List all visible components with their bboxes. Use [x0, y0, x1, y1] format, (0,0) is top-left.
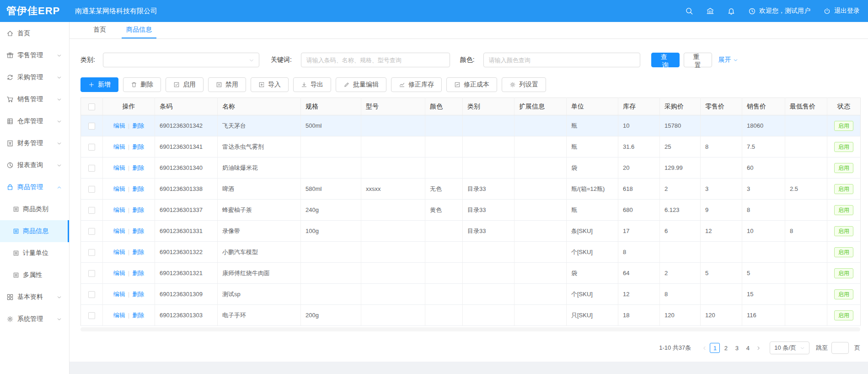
search-button[interactable]: 查询: [651, 53, 680, 67]
column-header: 条码: [155, 98, 218, 115]
sidebar-item-warehouse[interactable]: 仓库管理: [0, 110, 69, 132]
cell-stock: 17: [618, 221, 660, 242]
delete-link[interactable]: 删除: [132, 143, 144, 150]
row-checkbox[interactable]: [88, 123, 95, 130]
page-size-select[interactable]: 10 条/页: [770, 341, 809, 354]
app-root: 管伊佳ERP 南通某某网络科技有限公司 欢迎您，测试用户 退出登录 首页零售管理…: [0, 0, 868, 374]
edit-link[interactable]: 编辑: [113, 206, 125, 213]
cell-stock: 618: [618, 179, 660, 200]
delete-link[interactable]: 删除: [132, 312, 144, 319]
sidebar-item-goods-info[interactable]: 商品信息: [0, 220, 69, 242]
welcome-user[interactable]: 欢迎您，测试用户: [748, 7, 810, 15]
tab-home[interactable]: 首页: [89, 22, 111, 38]
edit-link[interactable]: 编辑: [113, 270, 125, 276]
tab-goods-info[interactable]: 商品信息: [122, 22, 156, 38]
reset-button[interactable]: 重置: [684, 53, 712, 67]
delete-link[interactable]: 删除: [132, 249, 144, 255]
delete-link[interactable]: 删除: [132, 291, 144, 298]
grid-icon: [6, 293, 14, 301]
fix-stock-button[interactable]: 修正库存: [391, 77, 442, 92]
sidebar-item-finance[interactable]: 财务管理: [0, 132, 69, 154]
cell-spec: 240g: [301, 200, 361, 221]
edit-link[interactable]: 编辑: [113, 249, 125, 255]
sidebar-item-sales[interactable]: 销售管理: [0, 88, 69, 110]
row-checkbox[interactable]: [88, 144, 95, 151]
edit-link[interactable]: 编辑: [113, 228, 125, 234]
edit-link[interactable]: 编辑: [113, 312, 125, 319]
sidebar-item-goods[interactable]: 商品管理: [0, 176, 69, 198]
sidebar-item-system[interactable]: 系统管理: [0, 308, 69, 330]
edit-icon: [343, 81, 350, 88]
page-number-2[interactable]: 2: [721, 343, 731, 353]
prev-page-button[interactable]: [699, 343, 709, 353]
edit-link[interactable]: 编辑: [113, 164, 125, 171]
sidebar-item-home[interactable]: 首页: [0, 22, 69, 44]
sidebar-item-retail[interactable]: 零售管理: [0, 44, 69, 66]
bank-icon[interactable]: [706, 7, 714, 15]
edit-link[interactable]: 编辑: [113, 185, 125, 192]
action-divider: |: [128, 164, 129, 171]
cost-chart-icon: [454, 81, 461, 88]
row-checkbox[interactable]: [88, 270, 95, 277]
batch-edit-button[interactable]: 批量编辑: [336, 77, 386, 92]
row-checkbox[interactable]: [88, 291, 95, 298]
next-page-button[interactable]: [753, 343, 763, 353]
cell-ext: [514, 263, 567, 284]
category-select[interactable]: [103, 53, 259, 67]
edit-link[interactable]: 编辑: [113, 143, 125, 150]
page-number-1[interactable]: 1: [710, 343, 720, 353]
column-settings-button[interactable]: 列设置: [502, 77, 546, 92]
delete-link[interactable]: 删除: [132, 122, 144, 129]
page-number-3[interactable]: 3: [732, 343, 742, 353]
sidebar-item-report[interactable]: 报表查询: [0, 154, 69, 176]
row-checkbox[interactable]: [88, 207, 95, 214]
add-button[interactable]: 新增: [80, 77, 118, 92]
cell-model: [361, 136, 425, 157]
cell-model: [361, 242, 425, 263]
edit-link[interactable]: 编辑: [113, 122, 125, 129]
row-checkbox[interactable]: [88, 165, 95, 172]
main-area: 首页商品信息 类别: 关键词: 颜色: 查询 重置 展开: [70, 22, 868, 374]
bell-icon[interactable]: [727, 7, 735, 15]
cell-color: [425, 136, 463, 157]
sidebar-item-purchase[interactable]: 采购管理: [0, 66, 69, 88]
company-name: 南通某某网络科技有限公司: [75, 7, 157, 16]
sidebar-item-multi-attribute[interactable]: 多属性: [0, 264, 69, 286]
delete-link[interactable]: 删除: [132, 270, 144, 276]
row-checkbox[interactable]: [88, 312, 95, 319]
horizontal-scrollbar[interactable]: [80, 327, 860, 331]
sidebar-item-goods-category[interactable]: 商品类别: [0, 198, 69, 220]
jump-to-input[interactable]: [831, 342, 849, 354]
row-checkbox[interactable]: [88, 228, 95, 235]
color-input[interactable]: [483, 53, 640, 67]
sidebar-item-basic-data[interactable]: 基本资料: [0, 286, 69, 308]
row-checkbox[interactable]: [88, 186, 95, 193]
keyword-input[interactable]: [301, 53, 450, 67]
expand-link[interactable]: 展开: [718, 56, 738, 64]
fix-cost-button[interactable]: 修正成本: [446, 77, 497, 92]
enable-button[interactable]: 启用: [166, 77, 204, 92]
search-icon[interactable]: [685, 7, 693, 15]
trash-icon: [131, 81, 137, 88]
row-actions-cell: 编辑|删除: [103, 263, 155, 284]
page-number-4[interactable]: 4: [743, 343, 753, 353]
delete-link[interactable]: 删除: [132, 185, 144, 192]
export-button[interactable]: 导出: [293, 77, 331, 92]
delete-link[interactable]: 删除: [132, 228, 144, 234]
import-button[interactable]: 导入: [251, 77, 289, 92]
cell-model: [361, 263, 425, 284]
delete-link[interactable]: 删除: [132, 206, 144, 213]
cell-barcode: 6901236301331: [155, 221, 218, 242]
disable-button[interactable]: 禁用: [208, 77, 246, 92]
cell-retail: 9: [701, 200, 742, 221]
sidebar-item-measure-unit[interactable]: 计量单位: [0, 242, 69, 264]
row-checkbox[interactable]: [88, 249, 95, 256]
select-all-checkbox[interactable]: [88, 103, 95, 110]
row-checkbox-cell: [81, 115, 103, 136]
gear-icon: [6, 315, 14, 323]
tab-bar: 首页商品信息: [70, 22, 868, 39]
edit-link[interactable]: 编辑: [113, 291, 125, 298]
delete-link[interactable]: 删除: [132, 164, 144, 171]
logout-button[interactable]: 退出登录: [823, 7, 860, 15]
delete-button[interactable]: 删除: [123, 77, 161, 92]
